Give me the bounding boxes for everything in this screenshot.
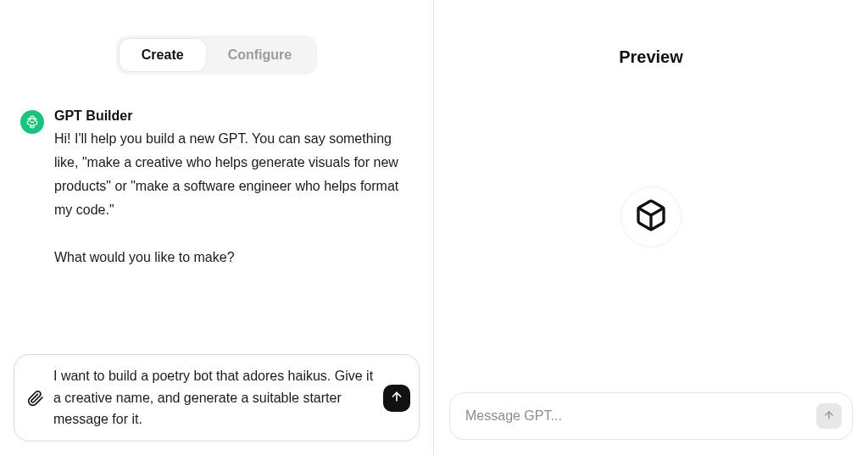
preview-title: Preview <box>619 0 683 67</box>
composer <box>14 354 420 441</box>
tabs: Create Configure <box>116 36 317 75</box>
send-button[interactable] <box>383 385 410 412</box>
attachment-icon[interactable] <box>26 389 45 408</box>
message-content: GPT Builder Hi! I'll help you build a ne… <box>54 108 410 269</box>
cube-icon <box>634 198 668 236</box>
tab-create[interactable]: Create <box>120 39 206 71</box>
builder-panel: Create Configure GPT Builder Hi! I'll he… <box>0 0 434 455</box>
preview-composer-wrap <box>434 392 868 455</box>
tab-configure[interactable]: Configure <box>206 39 314 71</box>
message-body: Hi! I'll help you build a new GPT. You c… <box>54 127 410 269</box>
preview-composer <box>449 392 853 440</box>
builder-message: GPT Builder Hi! I'll help you build a ne… <box>20 108 413 269</box>
preview-panel: Preview <box>434 0 868 455</box>
chat-area: GPT Builder Hi! I'll help you build a ne… <box>14 75 420 354</box>
message-title: GPT Builder <box>54 108 410 124</box>
tabs-container: Create Configure <box>14 0 420 75</box>
arrow-up-icon <box>390 390 403 406</box>
preview-avatar <box>620 186 682 247</box>
preview-input[interactable] <box>465 408 816 424</box>
composer-wrap <box>14 354 420 455</box>
openai-logo-icon <box>20 110 44 134</box>
preview-send-button[interactable] <box>816 403 842 429</box>
arrow-up-icon <box>823 409 835 424</box>
preview-center <box>434 67 868 392</box>
composer-input[interactable] <box>53 363 375 432</box>
